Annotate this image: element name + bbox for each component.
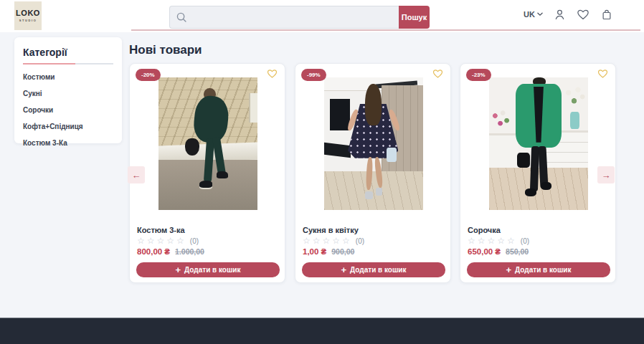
product-name[interactable]: Костюм 3-ка	[137, 226, 185, 234]
star-rating-icons: ☆☆☆☆☆	[303, 236, 352, 246]
rating-row: ☆☆☆☆☆ (0)	[137, 236, 199, 246]
current-price: 1,00 ₴	[303, 247, 326, 256]
carousel-prev-button[interactable]: ←	[128, 166, 145, 183]
product-photo[interactable]	[158, 77, 257, 210]
sidebar-item-kostyum-3ka[interactable]: Костюм 3-Ка	[23, 140, 113, 147]
sidebar-item-sorochky[interactable]: Сорочки	[23, 107, 113, 114]
logo-subtitle: STUDIO	[19, 19, 37, 22]
wishlist-heart-icon[interactable]	[597, 68, 609, 82]
old-price: 1.000,00	[175, 247, 204, 256]
language-label: UK	[524, 10, 535, 19]
plus-icon: +	[176, 265, 181, 274]
product-photo[interactable]	[324, 77, 423, 210]
discount-badge: -20%	[136, 69, 161, 81]
search-input[interactable]	[169, 6, 399, 29]
logo[interactable]: LOKO STUDIO	[14, 1, 42, 30]
sidebar-item-kostyumy[interactable]: Костюми	[23, 74, 113, 81]
star-rating-icons: ☆☆☆☆☆	[468, 236, 517, 246]
categories-title: Категорії	[23, 47, 113, 58]
sidebar-item-kofta-spidnytsya[interactable]: Кофта+Спідниця	[23, 123, 113, 130]
old-price: 850,00	[506, 247, 529, 256]
cart-bag-icon[interactable]	[600, 7, 614, 22]
account-icon[interactable]	[552, 7, 567, 22]
current-price: 650,00 ₴	[468, 247, 501, 256]
sidebar-item-sukni[interactable]: Сукні	[23, 90, 113, 97]
price-row: 1,00 ₴ 900,00	[303, 247, 354, 256]
language-selector[interactable]: UK	[524, 10, 543, 19]
current-price: 800,00 ₴	[137, 247, 170, 256]
wishlist-icon[interactable]	[576, 7, 590, 22]
page-title: Нові товари	[129, 43, 202, 57]
categories-divider	[23, 63, 113, 64]
search-icon	[175, 11, 188, 27]
header-actions: UK	[524, 7, 614, 22]
rating-count: (0)	[521, 237, 529, 245]
add-to-cart-label: Додати в кошик	[350, 266, 406, 274]
discount-badge: -23%	[466, 69, 491, 81]
header-divider	[131, 29, 640, 31]
categories-panel: Категорії Костюми Сукні Сорочки Кофта+Сп…	[14, 37, 122, 143]
product-card: -20% Костюм 3-ка ☆☆☆☆☆ (0) 800,00 ₴ 1.00…	[129, 63, 285, 283]
plus-icon: +	[506, 265, 512, 274]
product-card: -23% Сорочка ☆☆☆☆☆ (0) 650,00 ₴ 850,00 +…	[460, 63, 616, 283]
discount-badge: -99%	[301, 69, 326, 81]
price-row: 650,00 ₴ 850,00	[468, 247, 529, 256]
add-to-cart-label: Додати в кошик	[184, 266, 240, 274]
logo-title: LOKO	[16, 9, 40, 17]
product-name[interactable]: Сорочка	[468, 226, 501, 234]
footer	[0, 317, 644, 344]
rating-row: ☆☆☆☆☆ (0)	[303, 236, 364, 246]
star-rating-icons: ☆☆☆☆☆	[137, 236, 186, 246]
carousel-next-button[interactable]: →	[597, 166, 615, 183]
add-to-cart-button[interactable]: + Додати в кошик	[302, 262, 445, 277]
add-to-cart-button[interactable]: + Додати в кошик	[467, 262, 610, 277]
product-name[interactable]: Сукня в квітку	[303, 226, 359, 234]
plus-icon: +	[341, 265, 347, 274]
rating-count: (0)	[190, 237, 199, 245]
rating-count: (0)	[356, 237, 364, 245]
header: LOKO STUDIO Пошук UK	[0, 0, 644, 32]
search-bar: Пошук	[169, 6, 430, 29]
search-button[interactable]: Пошук	[399, 6, 430, 29]
product-photo[interactable]	[489, 77, 588, 210]
price-row: 800,00 ₴ 1.000,00	[137, 247, 204, 256]
product-card: -99% Сукня в квітку ☆☆☆☆☆ (0) 1,00 ₴ 900…	[295, 63, 451, 283]
wishlist-heart-icon[interactable]	[432, 68, 444, 82]
wishlist-heart-icon[interactable]	[266, 68, 278, 82]
rating-row: ☆☆☆☆☆ (0)	[468, 236, 529, 246]
add-to-cart-label: Додати в кошик	[515, 266, 571, 274]
page: LOKO STUDIO Пошук UK	[0, 0, 644, 344]
old-price: 900,00	[331, 247, 354, 256]
chevron-down-icon	[537, 12, 543, 16]
add-to-cart-button[interactable]: + Додати в кошик	[136, 262, 280, 277]
